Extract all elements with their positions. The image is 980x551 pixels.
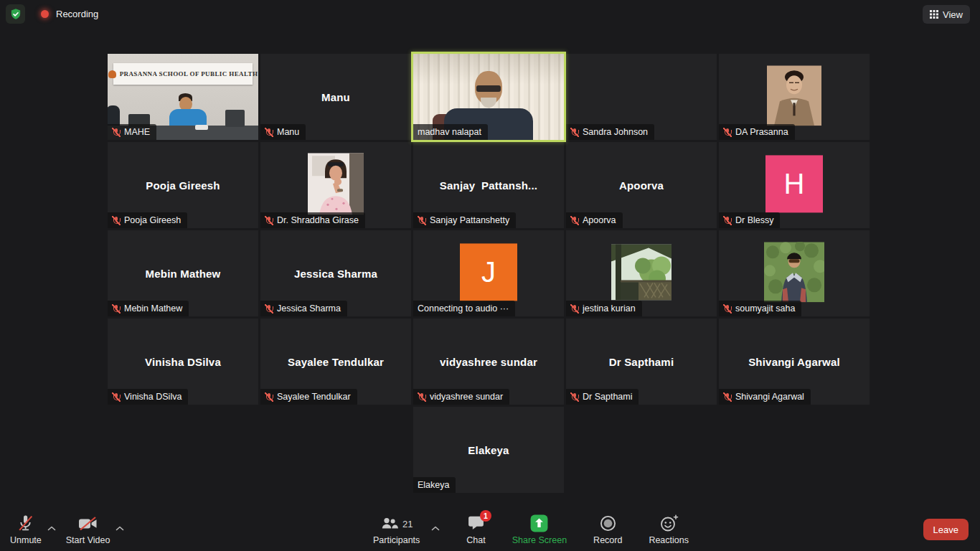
- leave-button[interactable]: Leave: [923, 519, 969, 540]
- participant-tile-vinisha-dsilva[interactable]: Vinisha DSilva Vinisha DSilva: [108, 319, 258, 405]
- reactions-label: Reactions: [649, 535, 689, 545]
- recording-dot-icon: [41, 10, 49, 18]
- muted-mic-icon: [570, 304, 579, 314]
- video-options-chevron[interactable]: [116, 521, 124, 534]
- wall-sign: PRASANNA SCHOOL OF PUBLIC HEALTH: [113, 63, 252, 85]
- view-label: View: [943, 9, 963, 20]
- participant-tile-pooja-gireesh[interactable]: Pooja Gireesh Pooja Gireesh: [108, 142, 258, 228]
- participant-name-label: Vinisha DSilva: [108, 389, 188, 405]
- start-video-button[interactable]: Start Video: [66, 514, 110, 545]
- participant-name: Sayalee Tendulkar: [277, 392, 351, 402]
- participant-name: Elakeya: [418, 480, 449, 490]
- participant-name: jestina kurian: [583, 303, 636, 314]
- record-button[interactable]: Record: [593, 514, 622, 545]
- muted-mic-icon: [723, 128, 732, 137]
- participant-name: vidyashree sundar: [430, 392, 503, 402]
- muted-mic-icon: [570, 392, 579, 402]
- view-button[interactable]: View: [923, 5, 970, 24]
- participant-tile-manu[interactable]: Manu Manu: [260, 54, 411, 140]
- record-label: Record: [593, 535, 622, 545]
- muted-mic-icon: [265, 392, 273, 402]
- chat-button[interactable]: 1 Chat: [466, 514, 485, 545]
- unmute-label: Unmute: [10, 535, 42, 545]
- participants-button[interactable]: 21 Participants: [373, 514, 420, 545]
- participant-name: Dr. Shraddha Girase: [277, 215, 359, 225]
- participant-name-label: Pooja Gireesh: [108, 212, 187, 228]
- participant-name-label: Elakeya: [413, 477, 456, 493]
- participants-icon: [380, 515, 399, 532]
- record-icon: [599, 514, 617, 532]
- muted-mic-icon: [265, 128, 273, 137]
- unmute-button[interactable]: Unmute: [10, 514, 42, 545]
- participant-name-label: Sandra Johnson: [566, 124, 654, 140]
- participant-tile-mahe[interactable]: PRASANNA SCHOOL OF PUBLIC HEALTH MAHE: [108, 54, 258, 140]
- participant-name: soumyajit saha: [735, 303, 795, 314]
- participants-count: 21: [402, 519, 413, 529]
- participant-name-label: soumyajit saha: [719, 301, 801, 316]
- muted-mic-icon: [418, 392, 426, 402]
- participant-tile-mebin-mathew[interactable]: Mebin Mathew Mebin Mathew: [108, 230, 258, 316]
- participants-label: Participants: [373, 535, 420, 545]
- participant-tile-sandra-johnson[interactable]: Sandra Johnson: [566, 54, 717, 140]
- reactions-smiley-icon: [659, 514, 679, 532]
- participant-tile-sanjay-pattanshetty[interactable]: Sanjay Pattansh... Sanjay Pattanshetty: [413, 142, 564, 228]
- participant-name: Vinisha DSilva: [124, 392, 182, 402]
- participant-tile-shivangi-agarwal[interactable]: Shivangi Agarwal Shivangi Agarwal: [719, 319, 870, 405]
- participant-tile-elakeya[interactable]: Elakeya Elakeya: [413, 407, 564, 493]
- participant-name: Dr Blessy: [735, 215, 773, 225]
- participant-tile-soumyajit-saha[interactable]: soumyajit saha: [719, 230, 870, 316]
- participant-name-label: MAHE: [108, 124, 156, 140]
- profile-photo: [767, 65, 821, 126]
- participant-name: Shivangi Agarwal: [735, 392, 804, 402]
- sign-text: PRASANNA SCHOOL OF PUBLIC HEALTH: [120, 70, 258, 77]
- participant-name-label: Sanjay Pattanshetty: [413, 212, 516, 228]
- participant-name: Sanjay Pattanshetty: [430, 215, 509, 225]
- participant-name: Dr Sapthami: [583, 392, 632, 402]
- participant-tile-shraddha-girase[interactable]: Dr. Shraddha Girase: [260, 142, 411, 228]
- participant-name: madhav nalapat: [418, 127, 481, 137]
- profile-photo: [611, 244, 672, 300]
- muted-mic-icon: [723, 392, 732, 402]
- reactions-button[interactable]: Reactions: [649, 514, 689, 545]
- participant-name: DA Prasanna: [735, 127, 788, 137]
- muted-mic-icon: [265, 304, 273, 314]
- share-screen-button[interactable]: Share Screen: [512, 514, 567, 545]
- participant-tile-sayalee-tendulkar[interactable]: Sayalee Tendulkar Sayalee Tendulkar: [260, 319, 411, 405]
- participant-name: Jessica Sharma: [277, 303, 341, 314]
- participant-tile-dr-blessy[interactable]: H Dr Blessy: [719, 142, 870, 228]
- participant-tile-jessica-sharma[interactable]: Jessica Sharma Jessica Sharma: [260, 230, 411, 316]
- muted-mic-icon: [570, 128, 579, 137]
- participant-tile-dr-sapthami[interactable]: Dr Sapthami Dr Sapthami: [566, 319, 717, 405]
- audio-options-chevron[interactable]: [47, 521, 56, 534]
- participant-tile-apoorva[interactable]: Apoorva Apoorva: [566, 142, 717, 228]
- muted-mic-icon: [723, 216, 732, 225]
- shield-check-icon: [9, 8, 22, 21]
- participant-name: Manu: [277, 127, 299, 137]
- letter-avatar: H: [765, 155, 823, 212]
- profile-photo: [308, 153, 364, 215]
- participant-name: Pooja Gireesh: [124, 215, 181, 225]
- chat-unread-badge: 1: [480, 510, 491, 522]
- participant-name-label: Manu: [260, 124, 306, 140]
- participant-name-label: Mebin Mathew: [108, 301, 189, 316]
- participant-tile-jestina-kurian[interactable]: jestina kurian: [566, 230, 717, 316]
- muted-mic-icon: [112, 392, 121, 402]
- school-logo-icon: [108, 70, 116, 78]
- profile-photo: [764, 242, 824, 302]
- share-screen-icon: [529, 514, 549, 533]
- participant-name-label: Apoorva: [566, 212, 623, 228]
- participant-tile-vidyashree-sundar[interactable]: vidyashree sundar vidyashree sundar: [413, 319, 564, 405]
- muted-mic-icon: [418, 216, 426, 225]
- participant-tile-connecting-to-audio[interactable]: J Connecting to audio ···: [413, 230, 564, 316]
- recording-label: Recording: [56, 9, 98, 19]
- participant-name: MAHE: [124, 127, 150, 137]
- participant-tile-da-prasanna[interactable]: DA Prasanna: [719, 54, 870, 140]
- security-shield-button[interactable]: [6, 4, 25, 24]
- participants-options-chevron[interactable]: [431, 521, 440, 534]
- participant-name-label: DA Prasanna: [719, 124, 795, 140]
- video-off-icon: [77, 514, 99, 533]
- participant-name-label: madhav nalapat: [413, 124, 488, 140]
- participant-tile-madhav-nalapat-active-speaker[interactable]: madhav nalapat: [413, 54, 564, 140]
- muted-mic-icon: [112, 304, 121, 314]
- share-screen-label: Share Screen: [512, 535, 567, 545]
